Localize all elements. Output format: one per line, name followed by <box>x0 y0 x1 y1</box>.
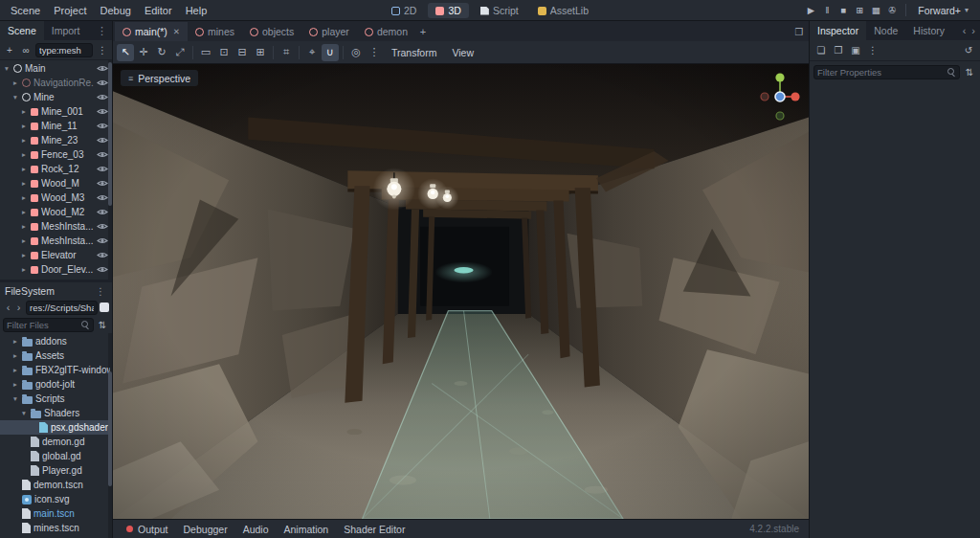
panel-output-button[interactable]: Output <box>119 520 176 538</box>
workspace-3d-button[interactable]: 3D <box>428 3 468 18</box>
scene-tab-mines[interactable]: mines <box>188 22 242 41</box>
list-select-tool[interactable]: ▭ <box>197 44 214 61</box>
rotate-tool[interactable]: ↻ <box>153 44 170 61</box>
tab-scene[interactable]: Scene <box>0 21 44 40</box>
lock-button[interactable]: ⊡ <box>215 44 233 61</box>
tab-node[interactable]: Node <box>866 21 905 40</box>
view-axis-gizmo[interactable] <box>759 68 801 122</box>
scrollbar[interactable] <box>108 60 112 280</box>
scene-tree-row[interactable]: ▸ MeshInsta... <box>0 234 112 248</box>
select-tool[interactable]: ↖ <box>117 44 134 61</box>
scene-tree-row[interactable]: ▾ Main <box>0 61 112 76</box>
file-row[interactable]: ▸ FBX2glTF-window... <box>0 363 112 377</box>
fs-back-button[interactable]: ‹ <box>3 301 13 314</box>
file-row[interactable]: psx.gdshader <box>0 420 112 435</box>
play-custom-scene-button[interactable]: ▦ <box>868 3 883 18</box>
expand-arrow-icon[interactable]: ▾ <box>20 409 28 417</box>
history-button[interactable]: ↺ <box>962 44 975 57</box>
scene-tab-objects[interactable]: objects <box>242 22 301 41</box>
menu-project[interactable]: Project <box>47 0 93 21</box>
expand-arrow-icon[interactable]: ▸ <box>20 251 28 259</box>
tab-history[interactable]: History <box>905 21 952 40</box>
scene-tree-row[interactable]: ▸ MeshInsta... <box>0 219 112 234</box>
panel-debugger-button[interactable]: Debugger <box>176 520 235 538</box>
load-resource-button[interactable]: ❐ <box>832 44 845 57</box>
view-menu[interactable]: View <box>444 47 481 58</box>
expand-arrow-icon[interactable]: ▾ <box>11 93 19 101</box>
scene-tree-row[interactable]: ▸ Mine_11 <box>0 119 112 133</box>
expand-arrow-icon[interactable]: ▸ <box>11 351 19 360</box>
file-row[interactable]: demon.tscn <box>0 478 112 492</box>
prev-object-button[interactable]: ‹ <box>963 25 967 36</box>
expand-arrow-icon[interactable]: ▸ <box>11 366 19 374</box>
filter-properties-input[interactable]: Filter Properties <box>813 65 960 79</box>
renderer-selector[interactable]: Forward+ ▾ <box>912 5 974 16</box>
dock-options-icon[interactable]: ⋮ <box>92 21 112 40</box>
add-node-button[interactable]: + <box>3 43 16 56</box>
resource-extra-button[interactable]: ⋮ <box>866 44 880 57</box>
expand-arrow-icon[interactable]: ▸ <box>20 165 28 173</box>
movie-mode-button[interactable]: ✇ <box>884 3 900 18</box>
scene-tab-player[interactable]: player <box>301 22 357 41</box>
property-sort-button[interactable]: ⇅ <box>963 65 976 78</box>
ruler-tool[interactable]: ⌗ <box>278 44 295 61</box>
close-icon[interactable]: ✕ <box>173 27 180 36</box>
unlock-button[interactable]: ⊟ <box>234 44 251 61</box>
file-row[interactable]: ▾ Shaders <box>0 406 112 420</box>
expand-arrow-icon[interactable]: ▾ <box>3 64 11 73</box>
file-row[interactable]: ▸ godot-jolt <box>0 377 112 392</box>
file-row[interactable]: ▾ Scripts <box>0 392 112 406</box>
panel-animation-button[interactable]: Animation <box>277 520 337 538</box>
expand-arrow-icon[interactable]: ▸ <box>20 208 28 216</box>
scale-tool[interactable]: ⤢ <box>171 44 189 61</box>
menu-debug[interactable]: Debug <box>93 0 137 21</box>
file-row[interactable]: icon.svg <box>0 492 112 506</box>
scene-tree-row[interactable]: ▸ Door_Elev... <box>0 262 112 277</box>
panel-shader-editor-button[interactable]: Shader Editor <box>336 520 412 538</box>
expand-arrow-icon[interactable]: ▸ <box>20 122 28 130</box>
file-row[interactable]: Player.gd <box>0 463 112 478</box>
toggle-split-mode-button[interactable] <box>100 303 109 312</box>
file-row[interactable]: main.tscn <box>0 506 112 521</box>
viewport-canvas[interactable] <box>113 64 809 519</box>
tab-import[interactable]: Import <box>44 21 88 40</box>
pause-button[interactable]: ‖ <box>819 3 835 18</box>
menu-help[interactable]: Help <box>179 0 214 21</box>
expand-arrow-icon[interactable]: ▸ <box>20 236 28 245</box>
panel-audio-button[interactable]: Audio <box>235 520 277 538</box>
stop-button[interactable]: ■ <box>835 3 851 18</box>
scene-tree-options-button[interactable]: ⋮ <box>96 43 109 56</box>
scene-tab-demon[interactable]: demon <box>357 22 415 41</box>
local-space-toggle[interactable]: ⌖ <box>303 44 321 61</box>
scene-tree-row[interactable]: ▸ Fence_03 <box>0 147 112 162</box>
menu-editor[interactable]: Editor <box>138 0 179 21</box>
expand-arrow-icon[interactable]: ▸ <box>20 193 28 202</box>
fs-forward-button[interactable]: › <box>13 301 24 314</box>
expand-arrow-icon[interactable]: ▸ <box>11 78 19 87</box>
3d-viewport[interactable]: ≡ Perspective <box>113 64 809 519</box>
expand-arrow-icon[interactable]: ▸ <box>20 222 28 231</box>
scene-filter-input[interactable] <box>35 43 93 57</box>
workspace-2d-button[interactable]: 2D <box>384 3 424 18</box>
expand-arrow-icon[interactable]: ▸ <box>20 265 28 274</box>
expand-arrow-icon[interactable]: ▸ <box>11 380 19 389</box>
new-scene-tab-button[interactable]: + <box>415 22 431 41</box>
expand-arrow-icon[interactable]: ▸ <box>20 107 28 116</box>
scene-tree-row[interactable]: ▸ Wood_M2 <box>0 205 112 219</box>
workspace-script-button[interactable]: Script <box>473 3 526 18</box>
camera-preview-toggle[interactable]: ◎ <box>347 44 365 61</box>
play-button[interactable]: ▶ <box>803 3 818 18</box>
file-row[interactable]: ▸ Assets <box>0 348 112 363</box>
next-object-button[interactable]: › <box>971 25 975 36</box>
tab-inspector[interactable]: Inspector <box>810 21 866 40</box>
file-row[interactable]: mines.tscn <box>0 521 112 535</box>
scene-tree-row[interactable]: ▸ Mine_23 <box>0 133 112 147</box>
scene-tree-row[interactable]: ▸ Wood_M <box>0 176 112 191</box>
scrollbar[interactable] <box>108 333 112 538</box>
scene-tree-row[interactable]: ▸ Wood_M3 <box>0 191 112 205</box>
expand-arrow-icon[interactable]: ▸ <box>20 136 28 145</box>
file-row[interactable]: demon.gd <box>0 435 112 449</box>
scene-tree-row[interactable]: ▸ Elevator <box>0 248 112 262</box>
filesystem-options-icon[interactable]: ⋮ <box>94 285 108 297</box>
group-button[interactable]: ⊞ <box>252 44 269 61</box>
